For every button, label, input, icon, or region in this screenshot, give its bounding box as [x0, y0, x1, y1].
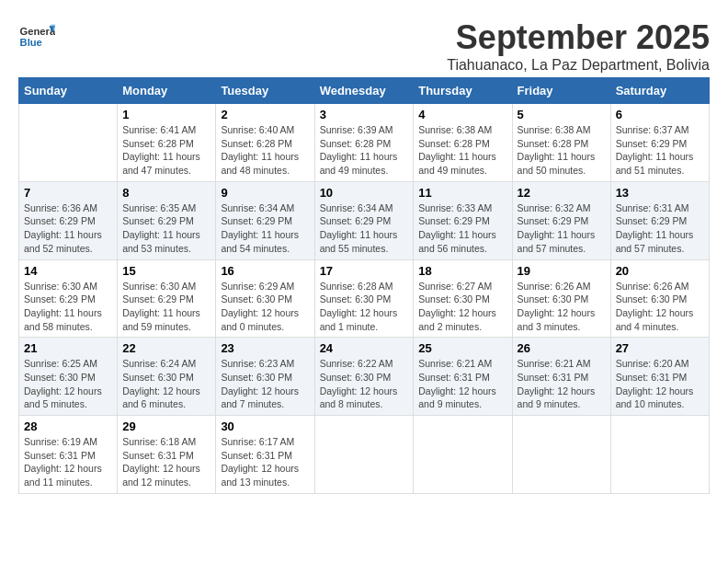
calendar-cell: 22 Sunrise: 6:24 AMSunset: 6:30 PMDaylig…: [118, 338, 216, 416]
day-info: Sunrise: 6:24 AMSunset: 6:30 PMDaylight:…: [122, 357, 210, 411]
calendar-cell: 29 Sunrise: 6:18 AMSunset: 6:31 PMDaylig…: [118, 416, 216, 494]
day-number: 17: [320, 264, 409, 278]
calendar-cell: 3 Sunrise: 6:39 AMSunset: 6:28 PMDayligh…: [314, 104, 414, 182]
day-number: 11: [418, 186, 506, 200]
calendar-cell: 27 Sunrise: 6:20 AMSunset: 6:31 PMDaylig…: [610, 338, 709, 416]
calendar-cell: 11 Sunrise: 6:33 AMSunset: 6:29 PMDaylig…: [414, 181, 512, 259]
calendar-cell: [19, 104, 118, 182]
day-number: 7: [24, 186, 112, 200]
day-info: Sunrise: 6:26 AMSunset: 6:30 PMDaylight:…: [616, 280, 704, 334]
day-info: Sunrise: 6:21 AMSunset: 6:31 PMDaylight:…: [518, 357, 606, 411]
day-info: Sunrise: 6:17 AMSunset: 6:31 PMDaylight:…: [221, 435, 309, 489]
day-info: Sunrise: 6:38 AMSunset: 6:28 PMDaylight:…: [518, 123, 606, 178]
calendar-cell: 2 Sunrise: 6:40 AMSunset: 6:28 PMDayligh…: [216, 104, 314, 182]
day-info: Sunrise: 6:29 AMSunset: 6:30 PMDaylight:…: [221, 280, 309, 334]
calendar-cell: 15 Sunrise: 6:30 AMSunset: 6:29 PMDaylig…: [118, 259, 216, 338]
day-info: Sunrise: 6:31 AMSunset: 6:29 PMDaylight:…: [616, 201, 704, 256]
calendar-cell: 20 Sunrise: 6:26 AMSunset: 6:30 PMDaylig…: [610, 259, 709, 338]
calendar-cell: 9 Sunrise: 6:34 AMSunset: 6:29 PMDayligh…: [216, 181, 314, 259]
calendar-table: SundayMondayTuesdayWednesdayThursdayFrid…: [18, 77, 710, 494]
calendar-cell: 10 Sunrise: 6:34 AMSunset: 6:29 PMDaylig…: [314, 181, 414, 259]
day-number: 26: [518, 341, 606, 355]
day-number: 20: [616, 264, 704, 278]
day-number: 18: [418, 264, 506, 278]
day-number: 10: [320, 186, 409, 200]
day-number: 4: [418, 108, 506, 121]
day-number: 15: [122, 264, 210, 278]
calendar-cell: 6 Sunrise: 6:37 AMSunset: 6:29 PMDayligh…: [610, 104, 709, 182]
day-info: Sunrise: 6:37 AMSunset: 6:29 PMDaylight:…: [616, 123, 704, 178]
page-title: September 2025: [447, 18, 710, 57]
day-number: 22: [122, 341, 210, 355]
logo-icon: General Blue: [18, 18, 55, 55]
weekday-header: Monday: [118, 78, 216, 104]
day-info: Sunrise: 6:30 AMSunset: 6:29 PMDaylight:…: [24, 280, 112, 334]
logo: General Blue: [18, 18, 59, 55]
calendar-cell: 4 Sunrise: 6:38 AMSunset: 6:28 PMDayligh…: [414, 104, 512, 182]
calendar-cell: [314, 416, 414, 494]
calendar-cell: 7 Sunrise: 6:36 AMSunset: 6:29 PMDayligh…: [19, 181, 118, 259]
calendar-week-row: 7 Sunrise: 6:36 AMSunset: 6:29 PMDayligh…: [19, 181, 710, 259]
calendar-cell: 17 Sunrise: 6:28 AMSunset: 6:30 PMDaylig…: [314, 259, 414, 338]
weekday-header: Friday: [512, 78, 610, 104]
day-number: 24: [320, 341, 409, 355]
day-info: Sunrise: 6:20 AMSunset: 6:31 PMDaylight:…: [616, 357, 704, 411]
page-subtitle: Tiahuanaco, La Paz Department, Bolivia: [447, 57, 710, 74]
day-number: 1: [122, 108, 210, 121]
day-info: Sunrise: 6:18 AMSunset: 6:31 PMDaylight:…: [122, 435, 210, 489]
calendar-cell: 23 Sunrise: 6:23 AMSunset: 6:30 PMDaylig…: [216, 338, 314, 416]
day-info: Sunrise: 6:35 AMSunset: 6:29 PMDaylight:…: [122, 201, 210, 256]
day-info: Sunrise: 6:34 AMSunset: 6:29 PMDaylight:…: [221, 201, 309, 256]
day-number: 21: [24, 341, 112, 355]
day-info: Sunrise: 6:21 AMSunset: 6:31 PMDaylight:…: [418, 357, 506, 411]
day-info: Sunrise: 6:25 AMSunset: 6:30 PMDaylight:…: [24, 357, 112, 411]
weekday-header: Saturday: [610, 78, 709, 104]
svg-text:Blue: Blue: [20, 37, 42, 48]
day-info: Sunrise: 6:32 AMSunset: 6:29 PMDaylight:…: [518, 201, 606, 256]
calendar-cell: 26 Sunrise: 6:21 AMSunset: 6:31 PMDaylig…: [512, 338, 610, 416]
calendar-week-row: 1 Sunrise: 6:41 AMSunset: 6:28 PMDayligh…: [19, 104, 710, 182]
day-info: Sunrise: 6:23 AMSunset: 6:30 PMDaylight:…: [221, 357, 309, 411]
weekday-header-row: SundayMondayTuesdayWednesdayThursdayFrid…: [19, 78, 710, 104]
calendar-cell: 14 Sunrise: 6:30 AMSunset: 6:29 PMDaylig…: [19, 259, 118, 338]
calendar-cell: 1 Sunrise: 6:41 AMSunset: 6:28 PMDayligh…: [118, 104, 216, 182]
day-number: 30: [221, 419, 309, 433]
calendar-cell: [414, 416, 512, 494]
day-number: 28: [24, 419, 112, 433]
day-number: 16: [221, 264, 309, 278]
day-info: Sunrise: 6:40 AMSunset: 6:28 PMDaylight:…: [221, 123, 309, 178]
calendar-week-row: 14 Sunrise: 6:30 AMSunset: 6:29 PMDaylig…: [19, 259, 710, 338]
calendar-cell: 12 Sunrise: 6:32 AMSunset: 6:29 PMDaylig…: [512, 181, 610, 259]
weekday-header: Sunday: [19, 78, 118, 104]
calendar-cell: [512, 416, 610, 494]
day-info: Sunrise: 6:30 AMSunset: 6:29 PMDaylight:…: [122, 280, 210, 334]
calendar-week-row: 21 Sunrise: 6:25 AMSunset: 6:30 PMDaylig…: [19, 338, 710, 416]
day-number: 12: [518, 186, 606, 200]
calendar-cell: 18 Sunrise: 6:27 AMSunset: 6:30 PMDaylig…: [414, 259, 512, 338]
calendar-cell: 28 Sunrise: 6:19 AMSunset: 6:31 PMDaylig…: [19, 416, 118, 494]
title-block: September 2025 Tiahuanaco, La Paz Depart…: [447, 18, 710, 74]
day-info: Sunrise: 6:39 AMSunset: 6:28 PMDaylight:…: [320, 123, 409, 178]
calendar-cell: 13 Sunrise: 6:31 AMSunset: 6:29 PMDaylig…: [610, 181, 709, 259]
day-number: 13: [616, 186, 704, 200]
calendar-cell: 5 Sunrise: 6:38 AMSunset: 6:28 PMDayligh…: [512, 104, 610, 182]
calendar-week-row: 28 Sunrise: 6:19 AMSunset: 6:31 PMDaylig…: [19, 416, 710, 494]
day-number: 25: [418, 341, 506, 355]
weekday-header: Thursday: [414, 78, 512, 104]
day-number: 5: [518, 108, 606, 121]
calendar-cell: [610, 416, 709, 494]
weekday-header: Tuesday: [216, 78, 314, 104]
calendar-cell: 24 Sunrise: 6:22 AMSunset: 6:30 PMDaylig…: [314, 338, 414, 416]
day-number: 3: [320, 108, 409, 121]
day-number: 8: [122, 186, 210, 200]
calendar-cell: 30 Sunrise: 6:17 AMSunset: 6:31 PMDaylig…: [216, 416, 314, 494]
day-info: Sunrise: 6:41 AMSunset: 6:28 PMDaylight:…: [122, 123, 210, 178]
day-number: 27: [616, 341, 704, 355]
day-number: 14: [24, 264, 112, 278]
calendar-cell: 19 Sunrise: 6:26 AMSunset: 6:30 PMDaylig…: [512, 259, 610, 338]
calendar-cell: 16 Sunrise: 6:29 AMSunset: 6:30 PMDaylig…: [216, 259, 314, 338]
day-info: Sunrise: 6:27 AMSunset: 6:30 PMDaylight:…: [418, 280, 506, 334]
day-number: 9: [221, 186, 309, 200]
calendar-cell: 25 Sunrise: 6:21 AMSunset: 6:31 PMDaylig…: [414, 338, 512, 416]
day-number: 23: [221, 341, 309, 355]
